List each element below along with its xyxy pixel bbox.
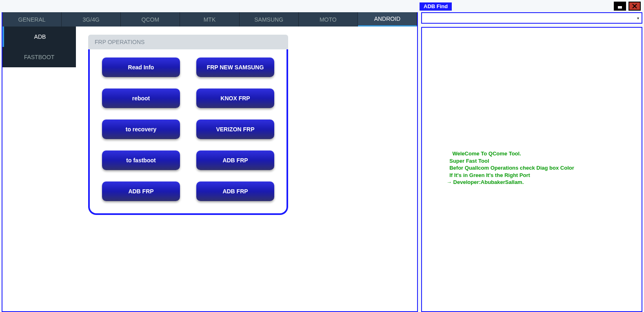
top-tabs: GENERAL 3G/4G QCOM MTK SAMSUNG MOTO ANDR… bbox=[2, 12, 417, 27]
titlebar: ADB Find bbox=[0, 0, 644, 12]
read-info-button[interactable]: Read Info bbox=[102, 58, 180, 77]
close-button[interactable] bbox=[628, 2, 641, 11]
to-recovery-button[interactable]: to recovery bbox=[102, 119, 180, 139]
chevron-down-icon: ▾ bbox=[637, 16, 639, 20]
tab-moto[interactable]: MOTO bbox=[299, 12, 358, 27]
svg-rect-0 bbox=[618, 6, 622, 9]
tab-android[interactable]: ANDROID bbox=[358, 12, 417, 27]
left-panel: GENERAL 3G/4G QCOM MTK SAMSUNG MOTO ANDR… bbox=[2, 12, 418, 312]
tab-qcom[interactable]: QCOM bbox=[121, 12, 180, 27]
side-tab-fastboot[interactable]: FASTBOOT bbox=[2, 47, 76, 67]
tab-3g4g[interactable]: 3G/4G bbox=[62, 12, 121, 27]
to-fastboot-button[interactable]: to fastboot bbox=[102, 150, 180, 170]
verizon-frp-button[interactable]: VERIZON FRP bbox=[196, 119, 274, 139]
side-tabs: ADB FASTBOOT bbox=[2, 27, 76, 311]
side-tab-adb[interactable]: ADB bbox=[2, 27, 76, 47]
reboot-button[interactable]: reboot bbox=[102, 89, 180, 108]
close-icon bbox=[632, 4, 637, 9]
port-dropdown[interactable]: ▾ bbox=[421, 12, 642, 24]
log-output: WeleCome To QCome Tool. Super Fast Tool … bbox=[421, 27, 642, 312]
right-panel: ▾ WeleCome To QCome Tool. Super Fast Too… bbox=[421, 12, 642, 312]
frp-operations-panel: FRP OPERATIONS Read Info FRP NEW SAMSUNG… bbox=[88, 35, 288, 215]
minimize-button[interactable] bbox=[614, 2, 626, 11]
tab-general[interactable]: GENERAL bbox=[2, 12, 62, 27]
minimize-icon bbox=[617, 3, 623, 9]
tab-mtk[interactable]: MTK bbox=[180, 12, 239, 27]
adb-frp-button-3[interactable]: ADB FRP bbox=[196, 181, 274, 201]
adb-frp-button-2[interactable]: ADB FRP bbox=[102, 181, 180, 201]
adb-frp-button-1[interactable]: ADB FRP bbox=[196, 150, 274, 170]
adb-find-label: ADB Find bbox=[420, 2, 452, 11]
log-text: WeleCome To QCome Tool. Super Fast Tool … bbox=[446, 150, 637, 186]
knox-frp-button[interactable]: KNOX FRP bbox=[196, 89, 274, 108]
tab-samsung[interactable]: SAMSUNG bbox=[240, 12, 299, 27]
frp-new-samsung-button[interactable]: FRP NEW SAMSUNG bbox=[196, 58, 274, 77]
frp-operations-header: FRP OPERATIONS bbox=[88, 35, 288, 49]
